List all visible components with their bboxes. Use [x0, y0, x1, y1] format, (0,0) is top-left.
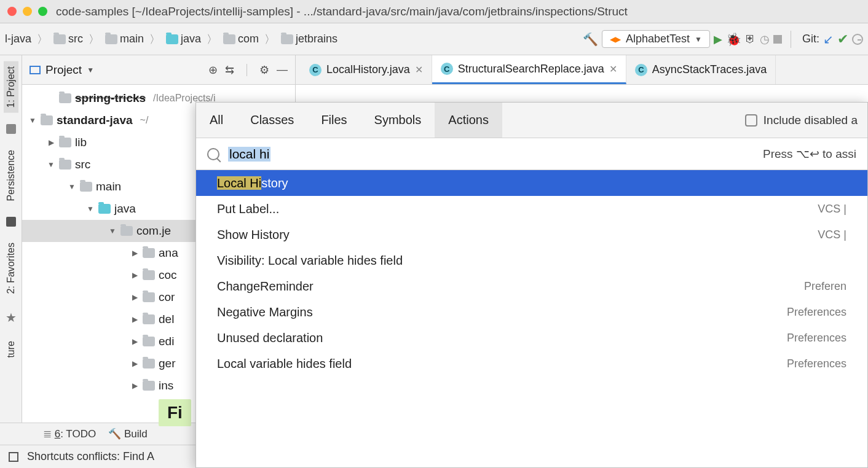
run-icon[interactable]: ▶ [714, 33, 722, 46]
breadcrumb-item[interactable]: src [53, 33, 83, 45]
expander-icon[interactable]: ▼ [68, 182, 76, 191]
java-class-icon: C [635, 64, 647, 76]
toolwindow-tab-build[interactable]: 🔨 Build [108, 427, 148, 440]
toolwindow-tab-structure[interactable]: ture [4, 336, 18, 363]
left-tool-stripe: 1: Project Persistence 2: Favorites ★ tu… [0, 55, 22, 423]
search-result-row[interactable]: Unused declarationPreferences [196, 325, 867, 351]
search-tab-all[interactable]: All [196, 103, 237, 138]
expander-icon[interactable]: ▼ [28, 116, 37, 125]
search-everywhere-popup: AllClassesFilesSymbolsActions Include di… [195, 102, 868, 468]
run-config-combo[interactable]: ◀▶ AlphabetTest ▼ [602, 30, 710, 48]
folder-icon [143, 337, 155, 346]
chevron-right-icon: 〉 [207, 32, 218, 47]
breadcrumb-item[interactable]: jetbrains [281, 33, 337, 45]
search-result-row[interactable]: ChangeReminderPreferen [196, 273, 867, 299]
tab-label: StructuralSearchReplace.java [458, 63, 604, 76]
editor-tab[interactable]: CAsyncStackTraces.java [626, 55, 776, 84]
expander-icon[interactable]: ▶ [130, 337, 139, 346]
toolwindow-tab-favorites[interactable]: 2: Favorites [4, 238, 18, 299]
folder-icon [98, 204, 111, 214]
tree-item-label: lib [75, 136, 87, 149]
search-tab-classes[interactable]: Classes [237, 103, 307, 138]
folder-icon [143, 270, 155, 280]
debug-icon[interactable]: 🐞 [726, 32, 741, 47]
search-result-row[interactable]: Put Label...VCS | [196, 196, 867, 222]
breadcrumb-item[interactable]: l-java [5, 33, 31, 45]
expander-icon[interactable]: ▼ [86, 205, 95, 213]
chevron-right-icon: 〉 [264, 32, 275, 47]
status-message: Shortcuts conflicts: Find A [27, 450, 154, 463]
toolwindow-icon[interactable] [6, 217, 16, 227]
expander-icon[interactable]: ▶ [130, 271, 139, 279]
search-result-row[interactable]: Negative MarginsPreferences [196, 299, 867, 325]
result-context: Preferen [804, 280, 846, 293]
close-icon[interactable]: ✕ [609, 63, 617, 75]
toolwindow-tab-project[interactable]: 1: Project [4, 61, 18, 113]
zoom-icon[interactable] [38, 7, 47, 16]
folder-icon [143, 248, 155, 258]
expander-icon[interactable]: ▶ [47, 138, 55, 147]
toolwindow-tab-persistence[interactable]: Persistence [4, 145, 18, 206]
editor-tab[interactable]: CLocalHistory.java✕ [301, 55, 432, 84]
result-label: Local History [217, 176, 288, 190]
editor-tab[interactable]: CStructuralSearchReplace.java✕ [432, 55, 626, 84]
vcs-commit-icon[interactable]: ✔ [837, 31, 848, 47]
toolwindow-tab-todo[interactable]: ≣ 6: TODO [43, 427, 96, 440]
folder-icon [105, 34, 117, 44]
star-icon[interactable]: ★ [6, 310, 17, 325]
search-hint: Press ⌥↩ to assi [763, 147, 856, 161]
run-config-label: AlphabetTest [626, 33, 690, 45]
statusbar-toolwindows-icon[interactable] [9, 452, 18, 462]
java-class-icon: C [309, 64, 322, 76]
project-view-combo[interactable]: Project ▼ [30, 63, 201, 77]
expander-icon[interactable]: ▶ [130, 293, 139, 302]
search-popup-tabs: AllClassesFilesSymbolsActions Include di… [196, 103, 867, 138]
breadcrumb-item[interactable]: java [166, 33, 201, 45]
settings-gear-icon[interactable]: ⚙ [259, 63, 269, 77]
search-tab-symbols[interactable]: Symbols [361, 103, 435, 138]
search-result-row[interactable]: Visibility: Local variable hides field [196, 248, 867, 273]
expander-icon[interactable]: ▶ [130, 359, 139, 368]
search-results: Local HistoryPut Label...VCS |Show Histo… [196, 170, 867, 467]
vcs-update-icon[interactable]: ↙ [823, 32, 834, 47]
expander-icon[interactable]: ▼ [108, 227, 117, 235]
toolwindow-icon[interactable] [6, 124, 16, 134]
stop-icon[interactable] [773, 35, 782, 44]
folder-icon [80, 182, 92, 192]
search-result-row[interactable]: Local History [196, 170, 867, 196]
search-result-row[interactable]: Show HistoryVCS | [196, 222, 867, 248]
tree-item-label: com.je [136, 224, 171, 238]
close-icon[interactable] [7, 7, 17, 16]
hide-icon[interactable]: — [277, 63, 288, 76]
chevron-right-icon: 〉 [89, 32, 100, 47]
search-input[interactable]: local hi [228, 147, 270, 162]
titlebar: code-samples [~/IdeaProjects/intellij-sa… [0, 0, 868, 23]
folder-icon [59, 138, 71, 147]
expander-icon[interactable]: ▶ [130, 381, 139, 390]
result-context: Preferences [787, 357, 846, 370]
search-input-row: local hi Press ⌥↩ to assi [196, 138, 867, 170]
result-context: VCS | [818, 228, 846, 241]
minimize-icon[interactable] [23, 7, 32, 16]
search-tab-files[interactable]: Files [307, 103, 360, 138]
close-icon[interactable]: ✕ [415, 64, 423, 76]
search-result-row[interactable]: Local variable hides fieldPreferences [196, 351, 867, 376]
result-context: VCS | [818, 203, 846, 216]
expand-all-icon[interactable]: ⇆ [225, 63, 234, 77]
coverage-icon[interactable]: ⛨ [745, 33, 756, 45]
expander-icon[interactable]: ▶ [130, 315, 139, 324]
breadcrumb-item[interactable]: com [223, 33, 259, 45]
breadcrumb-item[interactable]: main [105, 33, 144, 45]
vcs-history-icon[interactable] [852, 34, 863, 45]
locate-icon[interactable]: ⊕ [208, 63, 218, 77]
profile-icon[interactable]: ◷ [760, 33, 770, 46]
result-context: Preferences [787, 306, 846, 319]
search-tab-actions[interactable]: Actions [435, 103, 502, 138]
expander-icon[interactable]: ▼ [47, 160, 55, 169]
result-label: Put Label... [217, 202, 279, 216]
result-label: Negative Margins [217, 305, 313, 319]
build-icon[interactable]: 🔨 [583, 32, 598, 47]
expander-icon[interactable]: ▶ [130, 249, 139, 257]
tree-item-label: cor [159, 291, 175, 304]
include-disabled-checkbox[interactable]: Include disabled a [745, 103, 867, 138]
